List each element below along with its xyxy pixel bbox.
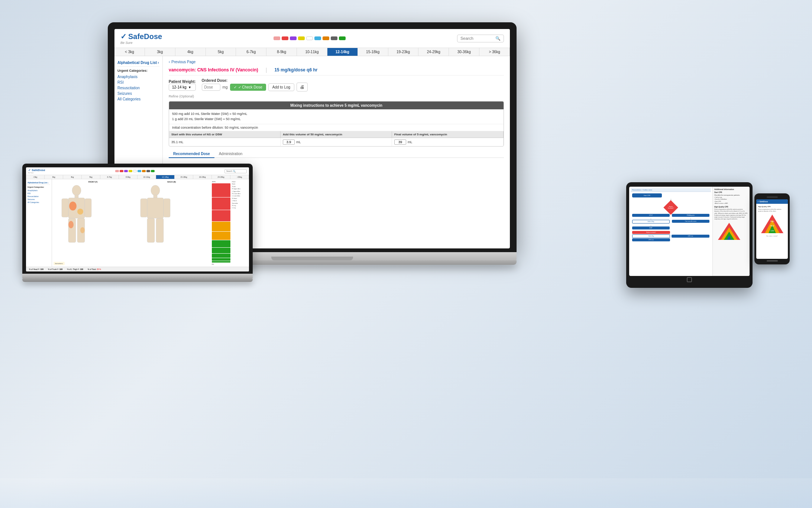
color-dot-green[interactable] [339, 36, 346, 40]
mixing-col-header-3: Final volume of 5 mg/mL vancomycin [392, 131, 504, 138]
small-sidebar-all[interactable]: All Categories [28, 201, 50, 204]
color-dot-purple[interactable] [290, 36, 297, 40]
mixing-input-vol[interactable] [283, 139, 295, 145]
small-search-box[interactable]: Search 🔍 [224, 169, 247, 173]
prev-page-link[interactable]: ‹ Previous Page [169, 60, 504, 64]
small-safedose-app: ✓ SafeDose Be Sure [26, 167, 249, 271]
color-dot-white[interactable] [306, 36, 313, 40]
sidebar-drug-list[interactable]: Alphabetical Drug List › [117, 59, 159, 67]
small-tab-19-23kg[interactable]: 19-23kg [193, 175, 212, 179]
small-tab-5kg[interactable]: 5kg [82, 175, 100, 179]
small-logo: ✓ SafeDose [28, 168, 45, 172]
small-weight-tabs: <3kg 3kg 4kg 5kg 6-7kg 8-9kg 10-11kg 12-… [26, 175, 249, 179]
sidebar-item-all-categories[interactable]: All Categories [117, 96, 159, 102]
svg-rect-12 [153, 195, 157, 198]
small-tab-8-9kg[interactable]: 8-9kg [119, 175, 138, 179]
small-dot-green [151, 170, 155, 172]
flowchart-branches: VF/VT ↓ Defib 2J/kg ↓ ASAP PEA/Asystole … [632, 214, 709, 229]
mixing-input-final[interactable] [394, 139, 406, 145]
sidebar-item-anaphylaxis[interactable]: Anaphylaxis [117, 74, 159, 80]
tablet-home-button[interactable] [687, 277, 692, 282]
sidebar-item-resuscitation[interactable]: Resuscitation [117, 85, 159, 91]
percent-bar-50 [212, 240, 230, 247]
additional-info-title: Additional Information [714, 188, 748, 190]
small-tab-lt3kg[interactable]: <3kg [26, 175, 45, 179]
high-quality-cpr-title: High-Quality CPR [714, 206, 748, 208]
phone-risk-label: Risk, status, or similar? [758, 235, 786, 237]
node-defib-2: Defib 2J/kg [632, 220, 670, 224]
search-input[interactable] [460, 36, 494, 41]
small-dot-lightblue [138, 170, 141, 172]
tablet-content: Resuscitation > Cardiac arrest Start CPR… [629, 187, 750, 276]
weight-dropdown[interactable]: 12-14 kg ▾ [169, 84, 196, 91]
start-cpr-section-title: Start CPR [714, 192, 748, 193]
phone-body: High-Quality CPR Chest compressions at t… [757, 205, 787, 238]
node-start-cpr: Start CPR [632, 193, 662, 197]
color-dot-dark[interactable] [331, 36, 337, 40]
weight-tab-4kg[interactable]: 4kg [175, 48, 206, 56]
small-tab-15-18kg[interactable]: 15-18kg [175, 175, 193, 179]
weight-tab-6-7kg[interactable]: 6-7kg [236, 48, 266, 56]
small-sidebar-anaphylaxis[interactable]: Anaphylaxis [28, 189, 50, 192]
trunk-total: % of Trunk F: 100 [48, 268, 62, 270]
tablet-screen: Resuscitation > Cardiac arrest Start CPR… [629, 187, 750, 276]
small-tab-24-29kg[interactable]: 24-29kg [212, 175, 230, 179]
small-sidebar-rsi[interactable]: RSI [28, 192, 50, 195]
weight-tab-5kg[interactable]: 5kg [206, 48, 236, 56]
small-sidebar: Alphabetical Drug List › Urgent Categori… [26, 179, 52, 267]
add-to-log-button[interactable]: Add to Log [268, 83, 294, 91]
weight-tab-19-23kg[interactable]: 19-23kg [388, 48, 419, 56]
weight-tab-15-18kg[interactable]: 15-18kg [358, 48, 388, 56]
search-icon[interactable]: 🔍 [495, 36, 501, 41]
small-tab-12-14kg[interactable]: 12-14kg [156, 175, 175, 179]
checklist-title: Checklist for unresponsive patients: [714, 194, 748, 196]
weight-tab-3kg[interactable]: 3kg [145, 48, 175, 56]
svg-point-10 [80, 227, 85, 233]
weight-tab-24-29kg[interactable]: 24-29kg [418, 48, 449, 56]
bottom-right: CPR 2 min [672, 231, 709, 241]
mixing-col-header-2: Add this volume of 50 mg/mL vancomycin [281, 131, 392, 138]
check-dose-button[interactable]: ✓ ✓ Check Dose [230, 84, 266, 91]
sidebar-item-seizures[interactable]: Seizures [117, 91, 159, 96]
small-drug-list[interactable]: Alphabetical Drug List › [28, 181, 50, 185]
body-back-area: BACK (B) [133, 181, 210, 265]
weight-tab-10-11kg[interactable]: 10-11kg [297, 48, 327, 56]
small-sidebar-resuscitation[interactable]: Resuscitation [28, 195, 50, 198]
weight-tab-30-36kg[interactable]: 30-36kg [449, 48, 479, 56]
weight-tab-8-9kg[interactable]: 8-9kg [266, 48, 297, 56]
weight-tab-12-14kg[interactable]: 12-14kg [327, 48, 358, 56]
svg-point-11 [151, 185, 160, 196]
back-label: BACK (B) [133, 181, 210, 183]
logo-tagline: Be Sure [120, 41, 133, 45]
small-color-dots [48, 170, 221, 172]
color-dot-red[interactable] [282, 36, 288, 40]
small-tab-6-7kg[interactable]: 6-7kg [100, 175, 119, 179]
sidebar-item-rsi[interactable]: RSI [117, 80, 159, 85]
tab-administration[interactable]: Administration [214, 150, 247, 158]
dose-input[interactable] [202, 84, 220, 91]
print-button[interactable]: 🖨 [297, 83, 308, 91]
small-urgent-title: Urgent Categories: [28, 186, 50, 188]
color-dot-pink[interactable] [274, 36, 280, 40]
tab-recommended-dose[interactable]: Recommended Dose [169, 150, 214, 158]
app-logo: ✓ SafeDose [120, 32, 162, 41]
color-dot-lightblue[interactable] [314, 36, 321, 40]
branch-pea: PEA/Asystole ↓ Treat reversible causes [672, 214, 709, 229]
weight-tab-lt3kg[interactable]: < 3kg [114, 48, 145, 56]
small-tab-10-11kg[interactable]: 10-11kg [138, 175, 156, 179]
small-dot-white [133, 170, 137, 172]
small-tab-gt36kg[interactable]: >36kg [230, 175, 249, 179]
color-dot-orange[interactable] [323, 36, 329, 40]
small-tab-4kg[interactable]: 4kg [63, 175, 82, 179]
checklist-items: • Call for help • Send for Defibrillator… [714, 197, 748, 205]
small-sidebar-seizures[interactable]: Seizures [28, 198, 50, 201]
printer-icon: 🖨 [300, 84, 304, 90]
svg-rect-15 [164, 199, 170, 217]
percent-bar-40 [212, 248, 230, 253]
percent-bar-10 [212, 261, 230, 263]
search-box[interactable]: 🔍 [457, 35, 504, 42]
weight-tab-gt36kg[interactable]: > 36kg [479, 48, 510, 56]
color-dot-yellow[interactable] [298, 36, 305, 40]
small-tab-3kg[interactable]: 3kg [45, 175, 63, 179]
node-shockable-2: Rhythm shockable? [632, 231, 670, 234]
